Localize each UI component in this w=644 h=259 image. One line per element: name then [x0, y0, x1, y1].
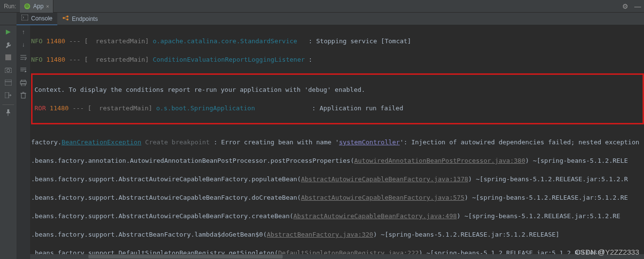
close-icon[interactable]: × [46, 3, 49, 9]
console-toolbar: ↑ ↓ [17, 25, 30, 259]
exception-link[interactable]: BeanCreationException [62, 138, 141, 146]
wrench-icon[interactable] [3, 40, 13, 50]
soft-wrap-icon[interactable] [18, 52, 28, 62]
horizontal-scrollbar[interactable] [30, 254, 644, 259]
log-level-error: ROR [34, 104, 46, 112]
scroll-up-icon[interactable]: ↑ [18, 27, 28, 37]
trash-icon[interactable] [18, 90, 28, 100]
svg-rect-13 [5, 92, 9, 98]
scrollbar-thumb[interactable] [88, 255, 283, 259]
source-link[interactable]: AbstractAutowireCapableBeanFactory.java:… [301, 194, 465, 201]
svg-point-10 [7, 69, 10, 72]
source-link[interactable]: AutowiredAnnotationBeanPostProcessor.jav… [354, 157, 525, 164]
svg-point-3 [67, 16, 68, 17]
log-level: NFO [31, 37, 42, 45]
svg-marker-20 [25, 70, 27, 72]
logger-name: o.apache.catalina.core.StandardService [153, 37, 305, 45]
svg-rect-8 [5, 54, 11, 60]
main-area: ↑ ↓ NFO 11480 --- [ restartedMain] o.apa… [0, 25, 644, 259]
svg-rect-1 [21, 15, 28, 20]
print-icon[interactable] [18, 78, 28, 87]
svg-line-6 [64, 18, 67, 19]
scroll-down-icon[interactable]: ↓ [18, 40, 28, 50]
tab-console[interactable]: Console [17, 13, 57, 25]
svg-marker-7 [6, 30, 11, 35]
stack-line: factory.BeanCreationException Create bre… [31, 138, 644, 147]
console-output[interactable]: NFO 11480 --- [ restartedMain] o.apache.… [30, 25, 644, 259]
tab-console-label: Console [31, 15, 52, 22]
exit-icon[interactable] [3, 90, 13, 100]
tab-endpoints-label: Endpoints [72, 16, 98, 22]
camera-icon[interactable] [3, 65, 13, 75]
source-link[interactable]: AbstractBeanFactory.java:320 [267, 231, 373, 238]
rerun-icon[interactable] [3, 27, 13, 37]
error-highlight-annotation: Context. To display the conditions repor… [31, 73, 644, 124]
run-topbar: Run: App × ⚙ — [0, 0, 644, 13]
run-tab-app[interactable]: App × [20, 0, 53, 13]
source-link[interactable]: AbstractAutowireCapableBeanFactory.java:… [301, 175, 468, 183]
svg-point-4 [67, 18, 68, 20]
svg-line-5 [64, 17, 67, 18]
gear-icon[interactable]: ⚙ [619, 2, 631, 10]
scroll-to-end-icon[interactable] [18, 65, 28, 75]
log-pid: 11480 [46, 37, 65, 45]
bean-link[interactable]: systemController [339, 138, 400, 146]
run-subbar: Console Endpoints [0, 13, 644, 25]
endpoints-icon [62, 15, 69, 23]
svg-rect-24 [21, 93, 25, 98]
stop-icon[interactable] [3, 52, 13, 62]
console-icon [21, 15, 28, 22]
primary-toolbar [0, 25, 17, 259]
svg-rect-11 [5, 80, 12, 86]
tab-endpoints[interactable]: Endpoints [57, 13, 102, 25]
tab-label: App [33, 3, 43, 10]
pin-icon[interactable] [3, 108, 13, 118]
create-breakpoint-label[interactable]: Create breakpoint [141, 138, 214, 146]
watermark: CSDN @Y2ZZ2333 [575, 248, 639, 256]
layout-icon[interactable] [3, 78, 13, 87]
run-label: Run: [0, 3, 20, 10]
minimize-icon[interactable]: — [631, 2, 644, 10]
source-link[interactable]: AbstractAutowireCapableBeanFactory.java:… [293, 212, 457, 220]
spring-icon [24, 3, 31, 10]
